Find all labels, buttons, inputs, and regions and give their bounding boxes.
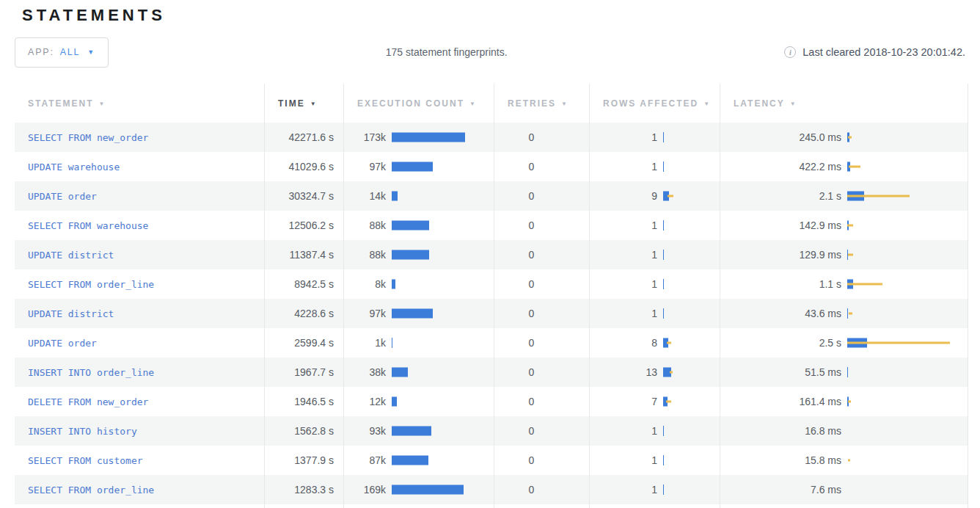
rows-affected-value: 1 xyxy=(590,308,657,319)
statement-link[interactable]: UPDATE warehouse xyxy=(28,162,120,173)
time-cell: 1967.7 s xyxy=(264,358,343,387)
statement-cell: UPDATE order xyxy=(15,328,264,358)
execution-count-bar-blue-bar xyxy=(392,397,397,407)
latency-bar xyxy=(847,484,968,496)
rows-affected-bar xyxy=(663,396,720,407)
latency-bar-stddev-bar xyxy=(847,283,882,286)
time-cell: 42271.6 s xyxy=(264,123,343,152)
retries-cell: 0 xyxy=(494,240,589,269)
column-header-statement[interactable]: STATEMENT▼ xyxy=(15,84,264,123)
statement-cell: SELECT FROM customer xyxy=(15,446,264,475)
latency-value: 161.4 ms xyxy=(720,396,841,407)
execution-count-bar xyxy=(392,484,494,496)
execution-count-value: 88k xyxy=(344,249,386,261)
execution-count-bar-blue-bar xyxy=(392,133,465,142)
statement-link[interactable]: UPDATE order xyxy=(28,338,97,349)
execution-count-bar xyxy=(392,454,494,466)
statement-link[interactable]: UPDATE district xyxy=(28,250,114,261)
latency-bar-stddev-bar xyxy=(848,460,850,462)
statement-link[interactable]: SELECT FROM warehouse xyxy=(28,220,148,231)
statement-link[interactable]: UPDATE district xyxy=(28,308,114,319)
retries-cell: 0 xyxy=(494,475,589,504)
execution-count-cell: 97k xyxy=(343,299,494,328)
rows-affected-cell: 8 xyxy=(589,328,720,358)
latency-cell: 2.1 s xyxy=(720,181,968,211)
rows-affected-bar-stddev-bar xyxy=(670,371,673,374)
execution-count-value: 1k xyxy=(344,337,386,349)
column-header-retries[interactable]: RETRIES▼ xyxy=(494,84,589,123)
column-header-execution-count[interactable]: EXECUTION COUNT▼ xyxy=(343,84,494,123)
rows-affected-cell: 1 xyxy=(589,123,720,152)
execution-count-cell: 88k xyxy=(343,211,494,240)
rows-affected-value: 1 xyxy=(590,278,657,290)
table-row: UPDATE warehouse41029.6 s97k01422.2 ms xyxy=(15,152,968,181)
rows-affected-value: 1 xyxy=(590,454,657,466)
table-row: SELECT FROM warehouse12506.2 s88k01142.9… xyxy=(15,211,968,240)
execution-count-bar-blue-bar xyxy=(392,162,433,172)
rows-affected-value: 1 xyxy=(590,484,657,496)
rows-affected-value: 13 xyxy=(590,366,657,378)
rows-affected-cell: 1 xyxy=(589,416,720,446)
latency-cell: 15.8 ms xyxy=(720,446,968,475)
latency-cell: 51.5 ms xyxy=(720,358,968,387)
rows-affected-bar xyxy=(663,161,720,173)
latency-bar-stddev-bar xyxy=(848,137,852,139)
statement-link[interactable]: UPDATE order xyxy=(28,191,97,202)
column-header-label: EXECUTION COUNT xyxy=(357,98,464,109)
execution-count-value: 97k xyxy=(344,308,386,319)
statement-link[interactable]: SELECT FROM order_line xyxy=(28,279,154,290)
retries-cell: 0 xyxy=(494,123,589,152)
latency-bar-stddev-bar xyxy=(847,225,853,227)
statement-link[interactable]: INSERT INTO order_line xyxy=(28,367,154,378)
table-row: UPDATE order30324.7 s14k092.1 s xyxy=(15,181,968,211)
time-cell: 41029.6 s xyxy=(264,152,343,181)
execution-count-bar-blue-bar xyxy=(392,485,464,495)
retries-cell: 0 xyxy=(494,358,589,387)
column-header-latency[interactable]: LATENCY▼ xyxy=(720,84,968,123)
page-title: STATEMENTS xyxy=(22,6,980,25)
statement-link[interactable]: SELECT FROM order_line xyxy=(28,485,154,496)
rows-affected-bar-blue-bar xyxy=(663,485,664,495)
rows-affected-cell: 1 xyxy=(589,240,720,269)
latency-bar xyxy=(847,425,968,437)
statement-cell: INSERT INTO history xyxy=(15,416,264,446)
app-filter-dropdown[interactable]: APP: ALL ▼ xyxy=(15,37,109,68)
rows-affected-bar xyxy=(663,454,720,466)
rows-affected-value: 7 xyxy=(590,396,657,407)
execution-count-bar xyxy=(392,337,494,349)
rows-affected-bar-blue-bar xyxy=(663,250,664,260)
statement-link[interactable]: SELECT FROM new_order xyxy=(28,132,148,143)
latency-cell: 7.6 ms xyxy=(720,475,968,504)
latency-bar-blue-bar xyxy=(847,367,848,377)
rows-affected-value: 1 xyxy=(590,161,657,173)
statement-cell: INSERT INTO order_line xyxy=(15,358,264,387)
time-cell: 4228.6 s xyxy=(264,299,343,328)
table-body: SELECT FROM new_order42271.6 s173k01245.… xyxy=(15,123,968,508)
column-header-rows-affected[interactable]: ROWS AFFECTED▼ xyxy=(589,84,720,123)
rows-affected-bar xyxy=(663,484,720,496)
latency-bar-stddev-bar xyxy=(848,401,851,403)
statement-cell: SELECT FROM new_order xyxy=(15,123,264,152)
statement-link[interactable]: SELECT FROM customer xyxy=(28,455,143,466)
retries-cell: 0 xyxy=(494,181,589,211)
retries-cell: 0 xyxy=(494,211,589,240)
latency-bar xyxy=(847,249,968,261)
column-header-label: RETRIES xyxy=(508,98,556,109)
statement-link[interactable]: INSERT INTO history xyxy=(28,426,137,437)
column-header-time[interactable]: TIME▼ xyxy=(264,84,343,123)
rows-affected-bar xyxy=(663,131,720,143)
rows-affected-cell: 1 xyxy=(589,269,720,299)
rows-affected-cell: 1 xyxy=(589,299,720,328)
latency-bar xyxy=(847,308,968,319)
execution-count-bar-blue-bar xyxy=(392,192,398,201)
table-row: SELECT FROM new_order42271.6 s173k01245.… xyxy=(15,123,968,152)
rows-affected-bar xyxy=(663,366,720,378)
execution-count-cell: 97k xyxy=(343,152,494,181)
execution-count-cell: 93k xyxy=(343,416,494,446)
table-row: INSERT INTO history1562.8 s93k0116.8 ms xyxy=(15,416,968,446)
execution-count-bar xyxy=(392,308,494,319)
execution-count-value: 12k xyxy=(344,396,386,407)
retries-cell: 0 xyxy=(494,416,589,446)
time-cell: 2599.4 s xyxy=(264,328,343,358)
statement-link[interactable]: DELETE FROM new_order xyxy=(28,396,148,407)
